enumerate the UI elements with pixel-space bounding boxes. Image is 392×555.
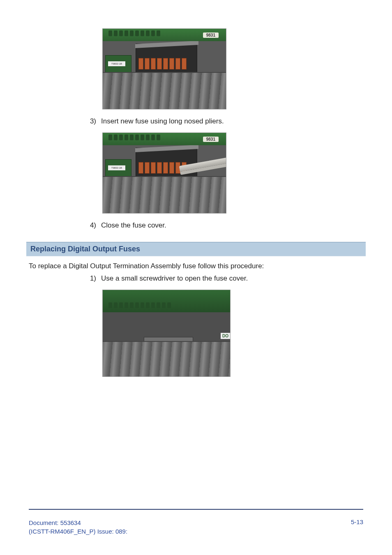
section-heading-replacing-do-fuses: Replacing Digital Output Fuses — [26, 242, 366, 256]
terminal-block — [108, 30, 160, 36]
ribbed-cables — [103, 341, 230, 376]
terminal-block — [108, 135, 160, 140]
part-number-text: T9833 1B — [108, 165, 125, 170]
part-number-text: T9833 1B — [108, 61, 125, 66]
board-body: T9833 1B TERMINAL IDENTITY 9833 DO — [103, 312, 230, 376]
footer-rule — [29, 509, 363, 510]
pcb-top-edge: 9831 — [103, 133, 226, 145]
board-body: T9833 1B — [103, 145, 226, 213]
footer-issue: (ICSTT-RM406F_EN_P) Issue: 089: — [29, 527, 127, 536]
board-body: T9833 1B — [103, 41, 226, 109]
figure-do-termination-assembly: T9833 1B TERMINAL IDENTITY 9833 DO — [103, 290, 230, 376]
figure-insert-fuse-pliers: 9831 T9833 1B — [103, 133, 226, 213]
part-number-label: T9833 1B — [105, 55, 131, 74]
step-1: 1) Use a small screwdriver to open the f… — [86, 274, 363, 283]
step-number: 3) — [86, 117, 96, 125]
step-text: Close the fuse cover. — [101, 221, 363, 230]
fuse-lid — [135, 41, 198, 48]
terminal-block — [108, 302, 171, 308]
step-4: 4) Close the fuse cover. — [86, 221, 363, 230]
footer-page-number: 5-13 — [351, 518, 363, 536]
step-text: Insert new fuse using long nosed pliers. — [101, 117, 363, 125]
pcb-top-edge: 9831 — [103, 29, 226, 41]
board-model-label: 9831 — [203, 33, 219, 38]
step-3: 3) Insert new fuse using long nosed plie… — [86, 117, 363, 125]
ribbed-cables — [103, 176, 226, 213]
fuse-holder-open — [136, 148, 197, 176]
fuse-lid — [135, 145, 198, 152]
figure-fuse-cover-open: 9831 T9833 1B — [103, 29, 226, 109]
pcb-top-edge — [103, 290, 230, 312]
page-footer: Document: 553634 (ICSTT-RM406F_EN_P) Iss… — [29, 518, 363, 536]
do-tag: DO — [221, 333, 230, 339]
ribbed-cables — [103, 72, 226, 109]
step-text: Use a small screwdriver to open the fuse… — [101, 274, 363, 283]
section-intro-text: To replace a Digital Output Termination … — [29, 262, 363, 270]
fuse-holder-open — [136, 44, 197, 72]
step-number: 1) — [86, 274, 96, 283]
step-number: 4) — [86, 221, 96, 230]
part-number-label: T9833 1B — [105, 159, 131, 178]
board-model-label: 9831 — [203, 137, 219, 142]
footer-document-number: Document: 553634 — [29, 518, 127, 527]
